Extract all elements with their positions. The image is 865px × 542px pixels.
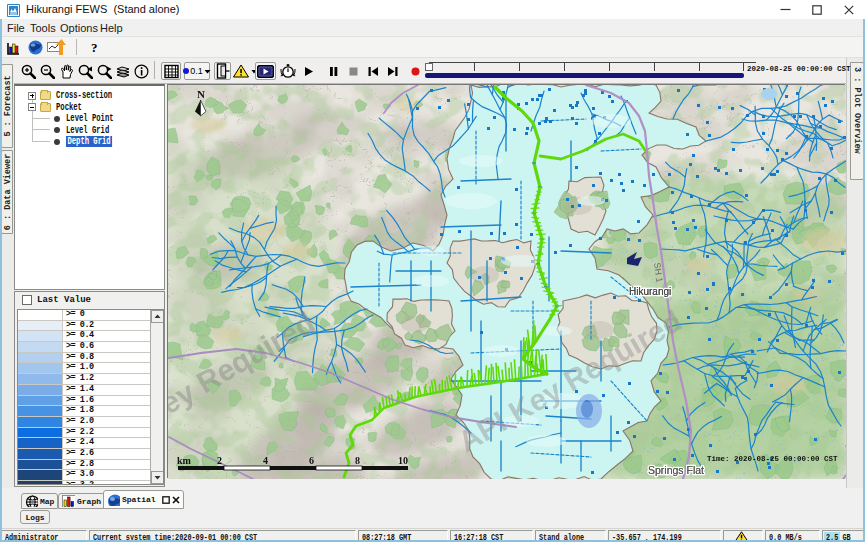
svg-text:Springs Flat: Springs Flat bbox=[648, 464, 704, 476]
svg-text:4: 4 bbox=[263, 455, 268, 466]
svg-text:km: km bbox=[177, 455, 192, 466]
svg-text:6: 6 bbox=[309, 455, 314, 466]
svg-text:10: 10 bbox=[398, 455, 408, 466]
svg-text:8: 8 bbox=[355, 455, 360, 466]
svg-text:Time: 2020-08-25 00:00:00 CST: Time: 2020-08-25 00:00:00 CST bbox=[707, 455, 838, 463]
svg-text:Hikurangi: Hikurangi bbox=[629, 286, 671, 297]
svg-text:2: 2 bbox=[217, 455, 222, 466]
svg-text:N: N bbox=[197, 88, 205, 100]
